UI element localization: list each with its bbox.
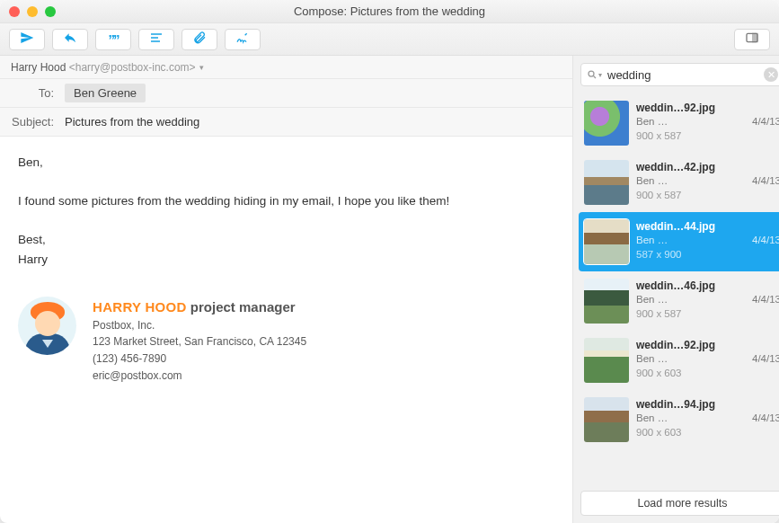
avatar: [18, 297, 76, 355]
align-button[interactable]: [138, 29, 174, 50]
result-meta: weddin…46.jpgBen …4/4/13900 x 587: [636, 279, 779, 321]
main-area: Harry Hood <harry@postbox-inc.com> ▾ To:…: [0, 56, 779, 523]
result-thumbnail: [584, 338, 629, 383]
result-dimensions: 900 x 603: [636, 367, 779, 381]
search-box[interactable]: ▾ ✕: [580, 63, 779, 86]
signature-icon: [235, 31, 250, 48]
reply-button[interactable]: [52, 29, 88, 50]
attach-button[interactable]: [181, 29, 217, 50]
subject-label: Subject:: [11, 115, 65, 129]
signature-company: Postbox, Inc.: [93, 317, 306, 334]
result-thumbnail: [584, 397, 629, 442]
quote-button[interactable]: ””: [95, 29, 131, 50]
message-body[interactable]: Ben, I found some pictures from the wedd…: [0, 137, 572, 523]
svg-line-6: [594, 76, 597, 79]
quote-icon: ””: [109, 31, 119, 47]
body-line: Harry: [18, 250, 554, 270]
sidebar-icon: [745, 31, 759, 48]
send-icon: [20, 31, 34, 48]
result-filename: weddin…46.jpg: [636, 279, 779, 293]
result-date: 4/4/13: [752, 234, 779, 248]
result-date: 4/4/13: [752, 352, 779, 367]
result-dimensions: 587 x 900: [636, 248, 779, 262]
result-date: 4/4/13: [752, 115, 779, 129]
titlebar: Compose: Pictures from the wedding: [0, 0, 779, 23]
result-item[interactable]: weddin…44.jpgBen …4/4/13587 x 900: [579, 212, 779, 271]
compose-panel: Harry Hood <harry@postbox-inc.com> ▾ To:…: [0, 56, 572, 523]
result-date: 4/4/13: [752, 293, 779, 307]
result-meta: weddin…92.jpgBen …4/4/13900 x 603: [636, 338, 779, 380]
result-meta: weddin…92.jpgBen …4/4/13900 x 587: [636, 101, 779, 143]
result-from: Ben …: [636, 352, 668, 367]
paperclip-icon: [192, 31, 207, 48]
search-icon: ▾: [587, 69, 602, 80]
send-button[interactable]: [9, 29, 45, 50]
signature-button[interactable]: [225, 29, 261, 50]
result-meta: weddin…94.jpgBen …4/4/13900 x 603: [636, 397, 779, 439]
from-name: Harry Hood: [11, 61, 66, 74]
signature-phone: (123) 456-7890: [93, 350, 306, 368]
result-filename: weddin…94.jpg: [636, 397, 779, 412]
from-email: <harry@postbox-inc.com>: [69, 61, 196, 74]
result-dimensions: 900 x 587: [636, 129, 779, 144]
close-window-button[interactable]: [9, 6, 20, 17]
result-from: Ben …: [636, 412, 668, 426]
result-thumbnail: [584, 160, 629, 205]
to-label: To:: [11, 86, 65, 100]
load-more-button[interactable]: Load more results: [580, 491, 779, 516]
result-date: 4/4/13: [752, 174, 779, 189]
result-meta: weddin…42.jpgBen …4/4/13900 x 587: [636, 160, 779, 202]
result-from: Ben …: [636, 174, 668, 189]
clear-search-button[interactable]: ✕: [764, 67, 778, 82]
result-item[interactable]: weddin…94.jpgBen …4/4/13900 x 603: [579, 390, 779, 449]
signature-name: HARRY HOOD: [93, 299, 187, 315]
result-dimensions: 900 x 603: [636, 426, 779, 440]
result-item[interactable]: weddin…92.jpgBen …4/4/13900 x 587: [579, 93, 779, 153]
result-item[interactable]: weddin…46.jpgBen …4/4/13900 x 587: [579, 271, 779, 331]
signature-text: HARRY HOOD project manager Postbox, Inc.…: [93, 297, 306, 385]
side-panel: ▾ ✕ weddin…92.jpgBen …4/4/13900 x 587wed…: [572, 56, 779, 523]
result-meta: weddin…44.jpgBen …4/4/13587 x 900: [636, 219, 779, 262]
chevron-down-icon: ▾: [199, 63, 204, 72]
result-dimensions: 900 x 587: [636, 307, 779, 322]
body-line: I found some pictures from the wedding h…: [18, 191, 554, 211]
result-item[interactable]: weddin…92.jpgBen …4/4/13900 x 603: [579, 331, 779, 390]
to-row: To: Ben Greene: [0, 79, 572, 108]
search-panel: ▾ ✕ weddin…92.jpgBen …4/4/13900 x 587wed…: [573, 56, 779, 523]
signature-role: project manager: [190, 299, 296, 315]
result-thumbnail: [584, 219, 629, 264]
result-thumbnail: [584, 279, 629, 324]
subject-input[interactable]: Pictures from the wedding: [65, 115, 199, 129]
result-from: Ben …: [636, 115, 668, 129]
reply-icon: [63, 31, 77, 48]
signature-email: eric@postbox.com: [93, 368, 306, 385]
svg-point-5: [589, 71, 594, 76]
result-item[interactable]: weddin…42.jpgBen …4/4/13900 x 587: [579, 153, 779, 212]
result-from: Ben …: [636, 293, 668, 307]
result-thumbnail: [584, 101, 629, 146]
result-filename: weddin…42.jpg: [636, 160, 779, 174]
signature-block: HARRY HOOD project manager Postbox, Inc.…: [18, 297, 554, 385]
result-filename: weddin…44.jpg: [636, 219, 779, 234]
subject-row: Subject: Pictures from the wedding: [0, 108, 572, 137]
body-line: Best,: [18, 230, 554, 250]
body-line: Ben,: [18, 153, 554, 173]
result-filename: weddin…92.jpg: [636, 338, 779, 352]
align-left-icon: [149, 31, 164, 48]
result-from: Ben …: [636, 234, 668, 248]
traffic-lights: [9, 6, 56, 17]
window-title: Compose: Pictures from the wedding: [0, 4, 779, 18]
results-list: weddin…92.jpgBen …4/4/13900 x 587weddin……: [573, 93, 779, 483]
zoom-window-button[interactable]: [45, 6, 56, 17]
result-dimensions: 900 x 587: [636, 189, 779, 203]
toolbar: ””: [0, 23, 779, 56]
from-selector[interactable]: Harry Hood <harry@postbox-inc.com> ▾: [0, 56, 572, 79]
minimize-window-button[interactable]: [27, 6, 38, 17]
toggle-sidebar-button[interactable]: [734, 29, 770, 50]
result-filename: weddin…92.jpg: [636, 101, 779, 115]
svg-rect-4: [753, 33, 757, 41]
search-input[interactable]: [607, 68, 758, 82]
compose-window: Compose: Pictures from the wedding ””: [0, 0, 779, 523]
recipient-pill[interactable]: Ben Greene: [65, 84, 146, 102]
signature-address: 123 Market Street, San Francisco, CA 123…: [93, 333, 306, 350]
